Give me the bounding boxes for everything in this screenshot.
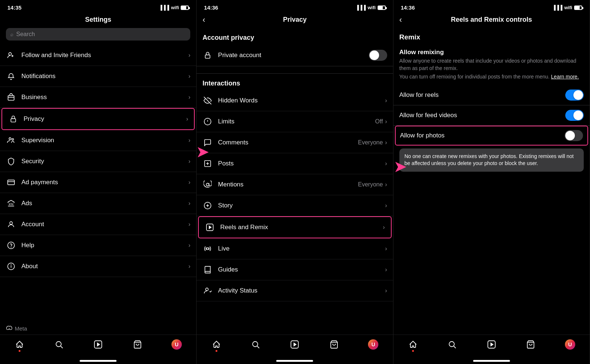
- allow-remixing-desc1: Allow anyone to create reels that includ…: [393, 57, 590, 73]
- svg-line-42: [454, 346, 456, 349]
- search-input[interactable]: Search: [16, 31, 35, 38]
- allow-feed-videos-row[interactable]: Allow for feed videos: [393, 105, 590, 126]
- nav-search-1[interactable]: [50, 338, 68, 351]
- menu-item-account[interactable]: Account ›: [0, 214, 196, 235]
- menu-item-limits[interactable]: Limits Off ›: [197, 111, 393, 132]
- allow-feed-videos-toggle[interactable]: [565, 110, 584, 121]
- menu-item-mentions[interactable]: Mentions Everyone ›: [197, 174, 393, 195]
- comments-label: Comments: [218, 139, 358, 146]
- nav-reels-3[interactable]: [483, 338, 500, 351]
- limits-chevron: ›: [385, 118, 387, 125]
- meta-label: Meta: [15, 325, 27, 332]
- allow-reels-toggle[interactable]: [565, 90, 584, 101]
- menu-item-live[interactable]: Live ›: [197, 238, 393, 259]
- nav-shop-1[interactable]: [129, 338, 146, 351]
- allow-photos-toggle[interactable]: [565, 130, 583, 141]
- menu-item-reelsremix[interactable]: Reels and Remix ›: [198, 216, 391, 238]
- home-indicator-3: [473, 360, 510, 362]
- svg-point-11: [11, 247, 11, 247]
- nav-reels-1[interactable]: [89, 338, 107, 351]
- security-chevron: ›: [188, 158, 190, 165]
- status-bar-1: 14:35 ▐▐▐ wifi: [0, 0, 196, 13]
- supervision-chevron: ›: [188, 137, 190, 144]
- allow-photos-row[interactable]: Allow for photos: [395, 126, 588, 146]
- signal-icon-2: ▐▐▐: [355, 5, 366, 10]
- svg-point-41: [449, 342, 454, 347]
- nav-search-3[interactable]: [443, 338, 461, 351]
- menu-item-business[interactable]: Business ›: [0, 87, 196, 108]
- adpayments-icon: [6, 177, 16, 188]
- comments-icon: [202, 137, 213, 148]
- limits-icon: [202, 116, 213, 127]
- activitystatus-icon: [202, 286, 213, 296]
- menu-item-notifications[interactable]: Notifications ›: [0, 66, 196, 87]
- wifi-icon-3: wifi: [564, 5, 572, 10]
- about-icon: [6, 261, 16, 272]
- menu-item-follow[interactable]: Follow and Invite Friends ›: [0, 45, 196, 66]
- meta-footer: Meta: [0, 322, 196, 335]
- menu-item-guides[interactable]: Guides ›: [197, 259, 393, 280]
- home-indicator-1: [80, 360, 117, 362]
- privacy-menu-list: Account privacy Private account Interact…: [197, 28, 393, 335]
- nav-profile-3[interactable]: U: [561, 338, 579, 351]
- notifications-label: Notifications: [21, 73, 188, 80]
- menu-item-comments[interactable]: Comments Everyone ›: [197, 132, 393, 153]
- nav-shop-3[interactable]: [522, 338, 539, 351]
- svg-marker-18: [97, 343, 100, 346]
- nav-home-1[interactable]: [11, 338, 28, 351]
- nav-home-2[interactable]: [208, 338, 225, 351]
- reels-remix-title: Reels and Remix controls: [451, 16, 532, 24]
- menu-item-adpayments[interactable]: Ad payments ›: [0, 172, 196, 193]
- allow-reels-row[interactable]: Allow for reels: [393, 85, 590, 105]
- back-button-3[interactable]: ‹: [399, 15, 402, 25]
- wifi-icon: wifi: [171, 5, 179, 10]
- svg-line-16: [60, 346, 63, 349]
- menu-item-about[interactable]: About ›: [0, 256, 196, 277]
- signal-icon-3: ▐▐▐: [552, 5, 563, 10]
- menu-item-ads[interactable]: Ads ›: [0, 193, 196, 214]
- reels-remix-panel: ➤ 14:36 ▐▐▐ wifi ‹ Reels and Remix contr…: [393, 0, 590, 364]
- menu-item-activitystatus[interactable]: Activity Status ›: [197, 280, 393, 301]
- svg-point-9: [10, 222, 12, 224]
- allow-photos-label: Allow for photos: [400, 132, 565, 139]
- menu-item-supervision[interactable]: Supervision ›: [0, 130, 196, 151]
- menu-item-help[interactable]: Help ›: [0, 235, 196, 256]
- live-label: Live: [218, 245, 385, 252]
- security-icon: [6, 156, 16, 167]
- svg-point-14: [11, 265, 11, 265]
- private-account-toggle[interactable]: [369, 50, 387, 61]
- menu-item-security[interactable]: Security ›: [0, 151, 196, 172]
- search-bar[interactable]: ⌕ Search: [6, 28, 190, 41]
- ads-label: Ads: [21, 200, 188, 207]
- menu-item-story[interactable]: Story ›: [197, 195, 393, 216]
- nav-profile-2[interactable]: U: [364, 338, 382, 351]
- privacy-title: Privacy: [283, 16, 306, 24]
- learn-more-link[interactable]: Learn more.: [551, 74, 579, 80]
- adpayments-chevron: ›: [188, 179, 190, 186]
- allow-feed-videos-label: Allow for feed videos: [399, 112, 565, 119]
- nav-shop-2[interactable]: [325, 338, 343, 351]
- menu-item-privacy[interactable]: Privacy ›: [1, 108, 195, 130]
- private-account-row[interactable]: Private account: [197, 45, 393, 66]
- status-icons-2: ▐▐▐ wifi: [355, 5, 385, 10]
- ads-chevron: ›: [188, 200, 190, 207]
- story-chevron: ›: [385, 202, 387, 209]
- business-icon: [6, 92, 16, 102]
- account-label: Account: [21, 221, 188, 228]
- menu-item-posts[interactable]: Posts ›: [197, 153, 393, 174]
- limits-value: Off: [375, 118, 383, 125]
- battery-icon-3: [574, 6, 582, 10]
- mentions-chevron: ›: [385, 181, 387, 188]
- nav-profile-1[interactable]: U: [168, 338, 185, 351]
- privacy-header: ‹ Privacy: [197, 13, 393, 28]
- back-button-2[interactable]: ‹: [202, 15, 205, 25]
- time-2: 14:36: [204, 4, 218, 11]
- svg-marker-39: [294, 343, 296, 346]
- live-chevron: ›: [385, 245, 387, 252]
- menu-item-hiddenwords[interactable]: Hidden Words ›: [197, 90, 393, 111]
- nav-search-2[interactable]: [247, 338, 264, 351]
- mentions-value: Everyone: [358, 181, 383, 188]
- nav-reels-2[interactable]: [286, 338, 303, 351]
- nav-home-3[interactable]: [404, 338, 422, 351]
- settings-title: Settings: [85, 16, 111, 24]
